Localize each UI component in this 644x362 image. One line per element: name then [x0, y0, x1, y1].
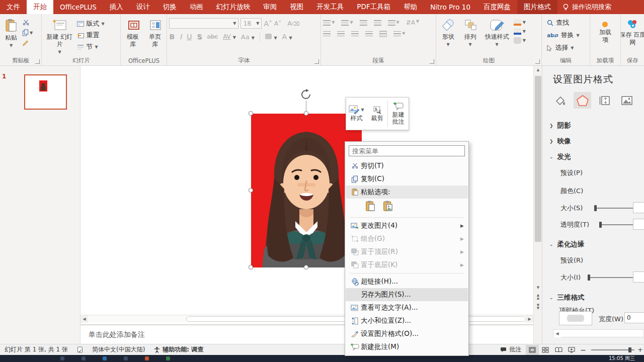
reset-button[interactable]: 重置: [77, 31, 104, 40]
zoom-slider-thumb[interactable]: [628, 347, 631, 352]
change-case-button[interactable]: Aa ▼: [241, 33, 255, 41]
menu-item-format-picture[interactable]: 设置图片格式(O)...: [346, 327, 468, 340]
menu-item-change-picture[interactable]: 更改图片(4) ▶: [346, 219, 468, 232]
copy-button[interactable]: ▼: [22, 29, 33, 36]
resize-handle-nw[interactable]: [249, 111, 253, 116]
tab-insert[interactable]: 插入: [103, 0, 130, 14]
increase-font-icon[interactable]: A˄: [264, 20, 272, 28]
slide-counter[interactable]: 幻灯片 第 1 张, 共 1 张: [0, 345, 72, 354]
decrease-indent-icon[interactable]: [360, 20, 367, 26]
tell-me-search[interactable]: 操作说明搜索: [557, 0, 616, 14]
rotate-handle[interactable]: [300, 89, 313, 101]
soft-edges-slider-thumb[interactable]: [588, 275, 590, 281]
taskbar-app-icon[interactable]: [103, 356, 107, 360]
paste-keep-source-button[interactable]: [364, 200, 377, 213]
tab-developer[interactable]: 开发工具: [310, 0, 350, 14]
menu-item-copy[interactable]: 复制(C): [346, 172, 468, 186]
tab-slideshow[interactable]: 幻灯片放映: [210, 0, 257, 14]
slideshow-view-button[interactable]: [565, 345, 578, 355]
shape-effects-button[interactable]: ▼: [514, 37, 526, 44]
italic-button[interactable]: I: [180, 33, 182, 41]
language-status[interactable]: 简体中文(中国大陆): [88, 345, 149, 354]
menu-item-size-position[interactable]: 大小和位置(Z)...: [346, 314, 468, 327]
resize-handle-w[interactable]: [249, 188, 253, 193]
glow-color-label[interactable]: 颜色(C): [560, 187, 583, 196]
addins-button[interactable]: 加载项: [594, 17, 616, 45]
zoom-in-icon[interactable]: +: [637, 346, 644, 353]
bold-button[interactable]: B: [169, 33, 175, 41]
canvas-vertical-scrollbar[interactable]: ▲ ▼ ▲▲ ▼▼: [533, 66, 542, 344]
justify-icon[interactable]: [365, 31, 373, 37]
shapes-button[interactable]: 形状 ▼: [438, 17, 458, 49]
replace-button[interactable]: ab⇄替换▼: [547, 31, 579, 40]
cut-icon[interactable]: [22, 19, 33, 26]
strikethrough-button[interactable]: abc: [207, 33, 218, 40]
taskbar-app-icon[interactable]: [166, 356, 170, 360]
paste-button[interactable]: 粘贴 ▼: [2, 17, 20, 50]
select-button[interactable]: 选择▼: [547, 43, 574, 52]
scroll-left-icon[interactable]: ◀: [80, 315, 88, 323]
section-shadow[interactable]: ❯阴影: [549, 121, 571, 130]
menu-item-save-as-picture[interactable]: 另存为图片(S)...: [346, 288, 468, 301]
top-bevel-picker[interactable]: [559, 311, 592, 325]
align-left-icon[interactable]: [323, 31, 331, 37]
glow-transparency-value[interactable]: [633, 219, 644, 230]
shape-outline-button[interactable]: ▼: [514, 28, 526, 35]
paste-picture-button[interactable]: [381, 200, 394, 213]
drawing-dialog-launcher[interactable]: [535, 59, 540, 64]
resize-handle-n[interactable]: [304, 111, 308, 116]
section-3d-format[interactable]: ⌄三维格式: [549, 293, 585, 302]
tab-file[interactable]: 文件: [0, 0, 27, 14]
comments-toggle[interactable]: 批注: [496, 345, 526, 354]
line-spacing-button[interactable]: ▼: [388, 20, 399, 26]
menu-search-box[interactable]: [349, 145, 465, 156]
font-name-combo[interactable]: ▼: [169, 18, 238, 29]
zoom-out-icon[interactable]: −: [578, 346, 588, 354]
clipboard-dialog-launcher[interactable]: [35, 59, 40, 64]
columns-button[interactable]: [379, 31, 387, 37]
align-right-icon[interactable]: [351, 31, 359, 37]
font-dialog-launcher[interactable]: [314, 59, 319, 64]
taskbar-app-icon[interactable]: [60, 356, 64, 360]
section-glow[interactable]: ⌄发光: [549, 152, 571, 161]
panel-scroll-left-icon[interactable]: ◀: [553, 330, 561, 337]
glow-presets-label[interactable]: 预设(P): [560, 168, 583, 177]
text-direction-button[interactable]: ⇵A▼: [406, 19, 419, 26]
section-soft-edges[interactable]: ⌄柔化边缘: [549, 240, 585, 249]
taskbar-app-icon[interactable]: [82, 356, 86, 360]
normal-view-button[interactable]: [526, 345, 539, 355]
tab-baidu-netdisk[interactable]: 百度网盘: [477, 0, 517, 14]
panel-tab-fill-line[interactable]: [551, 92, 569, 109]
tab-pdf-tools[interactable]: PDF工具箱: [350, 0, 397, 14]
taskbar-app-icon[interactable]: [124, 356, 128, 360]
paragraph-dialog-launcher[interactable]: [430, 59, 434, 64]
taskbar-clock[interactable]: 15:05 周三: [609, 355, 635, 362]
vertical-scroll-thumb[interactable]: [535, 76, 541, 242]
clear-formatting-icon[interactable]: A⌫: [287, 20, 299, 27]
decrease-font-icon[interactable]: A˅: [274, 20, 281, 27]
resize-handle-s[interactable]: [304, 265, 308, 269]
tab-officeplus[interactable]: OfficePLUS: [53, 0, 103, 14]
single-page-library-button[interactable]: 单页库: [145, 17, 165, 50]
panel-tab-size-properties[interactable]: [596, 92, 613, 109]
underline-button[interactable]: U: [187, 33, 192, 41]
save-to-baidu-button[interactable]: 保存 百度网: [621, 17, 644, 48]
section-button[interactable]: 节▼: [77, 42, 104, 51]
new-comment-button[interactable]: 新建 批注: [388, 98, 409, 130]
smartart-convert-button[interactable]: ▼: [393, 31, 405, 37]
character-spacing-button[interactable]: AV ▼: [223, 33, 236, 40]
soft-edges-presets-label[interactable]: 预设(R): [560, 256, 583, 265]
scroll-right-icon[interactable]: ▶: [526, 315, 533, 323]
accessibility-status[interactable]: 辅助功能: 调查: [149, 345, 208, 354]
quick-styles-button[interactable]: 快速样式 ▼: [482, 17, 512, 49]
panel-tab-picture[interactable]: [618, 92, 635, 109]
tab-review[interactable]: 审阅: [257, 0, 283, 14]
tab-transitions[interactable]: 切换: [156, 0, 183, 14]
font-size-combo[interactable]: 18▼: [240, 18, 262, 29]
slide-thumbnail-1[interactable]: [24, 74, 67, 110]
tab-picture-format[interactable]: 图片格式: [517, 0, 557, 14]
arrange-button[interactable]: 排列 ▼: [460, 17, 480, 49]
new-slide-button[interactable]: 新建 幻灯片 ▼: [44, 17, 75, 56]
menu-item-alt-text[interactable]: 查看可选文字(A)...: [346, 301, 468, 314]
next-slide-icon[interactable]: ▼▼: [534, 303, 542, 311]
